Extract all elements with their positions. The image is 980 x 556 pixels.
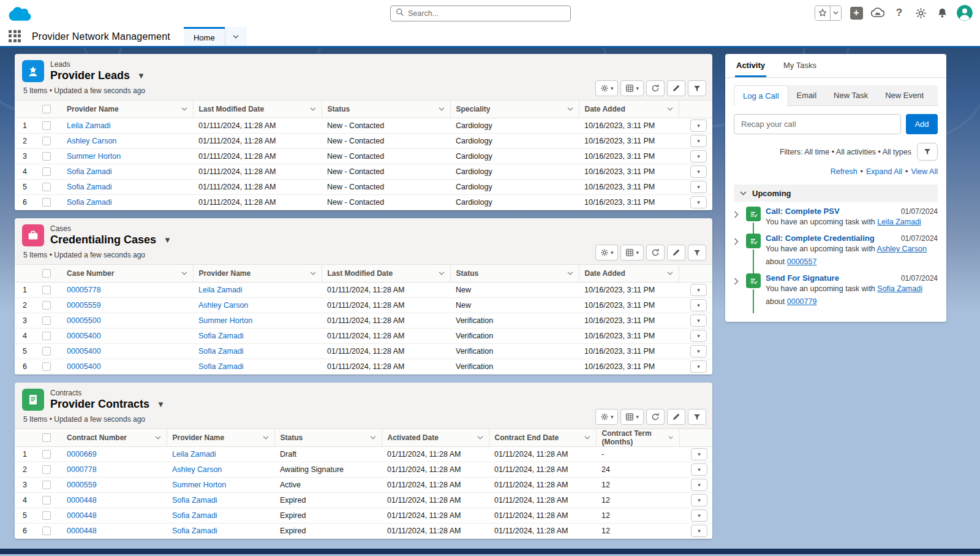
favorites-list-button[interactable] bbox=[830, 6, 841, 20]
user-avatar[interactable] bbox=[957, 5, 973, 21]
tab-email[interactable]: Email bbox=[788, 85, 826, 105]
record-link[interactable]: Sofia Zamadi bbox=[67, 198, 112, 207]
expand-all-link[interactable]: Expand All bbox=[866, 167, 902, 176]
display-as-button[interactable]: ▾ bbox=[620, 245, 644, 261]
list-settings-button[interactable]: ▾ bbox=[595, 80, 619, 96]
row-actions-button[interactable]: ▾ bbox=[690, 120, 707, 132]
row-checkbox[interactable] bbox=[42, 511, 51, 520]
global-actions-button[interactable]: + bbox=[850, 6, 863, 20]
row-actions-button[interactable]: ▾ bbox=[690, 345, 707, 357]
list-settings-button[interactable]: ▾ bbox=[595, 409, 619, 425]
filter-list-button[interactable] bbox=[688, 80, 706, 96]
column-header[interactable]: Provider Name bbox=[61, 101, 193, 118]
row-checkbox[interactable] bbox=[42, 316, 51, 325]
record-link[interactable]: Sofia Zamadi bbox=[198, 362, 244, 371]
edit-list-button[interactable] bbox=[667, 80, 685, 96]
record-link[interactable]: Summer Horton bbox=[172, 481, 226, 489]
edit-list-button[interactable] bbox=[667, 409, 685, 425]
row-checkbox[interactable] bbox=[42, 286, 51, 294]
column-header[interactable]: Case Number bbox=[61, 265, 193, 283]
row-actions-button[interactable]: ▾ bbox=[691, 448, 707, 460]
row-actions-button[interactable]: ▾ bbox=[691, 509, 707, 522]
filter-list-button[interactable] bbox=[688, 245, 706, 261]
record-link[interactable]: 0000778 bbox=[67, 465, 97, 474]
row-actions-button[interactable]: ▾ bbox=[690, 181, 707, 193]
record-link[interactable]: Sofia Zamadi bbox=[172, 496, 217, 505]
record-link[interactable]: Leila Zamadi bbox=[67, 121, 111, 130]
record-link[interactable]: Ashley Carson bbox=[172, 465, 222, 474]
record-link[interactable]: Ashley Carson bbox=[877, 245, 927, 253]
tab-log-a-call[interactable]: Log a Call bbox=[734, 85, 788, 106]
row-checkbox[interactable] bbox=[42, 496, 51, 505]
refresh-link[interactable]: Refresh bbox=[831, 167, 858, 176]
column-header[interactable]: Status bbox=[274, 429, 382, 447]
column-header[interactable]: Date Added bbox=[579, 265, 679, 283]
column-header[interactable]: Contract End Date bbox=[489, 429, 596, 447]
record-link[interactable]: 00005400 bbox=[67, 347, 101, 356]
record-link[interactable]: Leila Zamadi bbox=[172, 450, 216, 459]
tab-new-task[interactable]: New Task bbox=[825, 85, 876, 105]
row-checkbox[interactable] bbox=[42, 481, 51, 489]
add-call-button[interactable]: Add bbox=[906, 114, 938, 134]
filter-list-button[interactable] bbox=[688, 409, 706, 425]
column-header[interactable]: Provider Name bbox=[193, 265, 322, 283]
list-view-selector-button[interactable]: ▼ bbox=[164, 235, 172, 245]
column-header[interactable]: Contract Term (Months) bbox=[596, 429, 679, 447]
row-actions-button[interactable]: ▾ bbox=[690, 196, 707, 208]
row-checkbox[interactable] bbox=[42, 152, 51, 161]
row-actions-button[interactable]: ▾ bbox=[691, 494, 707, 506]
record-link[interactable]: Leila Zamadi bbox=[198, 286, 243, 294]
row-actions-button[interactable]: ▾ bbox=[690, 135, 707, 147]
record-link[interactable]: 0000448 bbox=[67, 527, 97, 535]
notifications-button[interactable] bbox=[935, 6, 949, 20]
task-title-link[interactable]: Call: Complete Credentialing bbox=[766, 234, 875, 243]
guidance-center-button[interactable] bbox=[871, 6, 884, 20]
setup-gear-button[interactable] bbox=[914, 6, 927, 20]
column-header[interactable]: Contract Number bbox=[61, 429, 167, 447]
app-launcher-button[interactable] bbox=[9, 30, 22, 44]
row-checkbox[interactable] bbox=[42, 121, 51, 130]
display-as-button[interactable]: ▾ bbox=[620, 409, 644, 425]
row-actions-button[interactable]: ▾ bbox=[690, 150, 707, 162]
record-link[interactable]: Ashley Carson bbox=[67, 137, 116, 145]
record-link[interactable]: Sofia Zamadi bbox=[67, 183, 112, 191]
help-button[interactable]: ? bbox=[892, 6, 906, 20]
list-view-selector-button[interactable]: ▼ bbox=[157, 400, 165, 409]
refresh-list-button[interactable] bbox=[646, 409, 665, 425]
record-link[interactable]: 0000448 bbox=[67, 511, 97, 520]
record-link[interactable]: Sofia Zamadi bbox=[67, 167, 112, 176]
tab-home-menu-button[interactable] bbox=[225, 27, 247, 46]
column-header[interactable]: Last Modified Date bbox=[193, 101, 322, 118]
row-checkbox[interactable] bbox=[42, 465, 51, 474]
list-settings-button[interactable]: ▾ bbox=[595, 245, 619, 261]
record-link[interactable]: 0000559 bbox=[67, 481, 97, 489]
record-link[interactable]: 00005500 bbox=[67, 316, 101, 325]
call-recap-input[interactable] bbox=[734, 114, 901, 134]
favorites-star-button[interactable] bbox=[815, 6, 830, 20]
row-checkbox[interactable] bbox=[42, 301, 51, 310]
edit-list-button[interactable] bbox=[667, 245, 685, 261]
row-checkbox[interactable] bbox=[42, 347, 51, 356]
tab-activity[interactable]: Activity bbox=[735, 54, 766, 77]
row-checkbox[interactable] bbox=[42, 167, 51, 176]
select-all-checkbox[interactable] bbox=[42, 269, 51, 278]
row-checkbox[interactable] bbox=[42, 450, 51, 459]
row-actions-button[interactable]: ▾ bbox=[690, 360, 707, 373]
row-checkbox[interactable] bbox=[42, 198, 51, 207]
column-header[interactable]: Status bbox=[450, 265, 579, 283]
row-checkbox[interactable] bbox=[42, 183, 51, 191]
expand-task-button[interactable] bbox=[734, 234, 741, 273]
record-link[interactable]: Leila Zamadi bbox=[877, 218, 921, 226]
display-as-button[interactable]: ▾ bbox=[620, 80, 644, 96]
record-link[interactable]: 00005778 bbox=[67, 286, 101, 294]
column-header[interactable]: Provider Name bbox=[167, 429, 274, 447]
record-link[interactable]: 00005400 bbox=[67, 362, 101, 371]
refresh-list-button[interactable] bbox=[646, 80, 665, 96]
record-link[interactable]: 0000669 bbox=[67, 450, 97, 459]
row-checkbox[interactable] bbox=[42, 527, 51, 535]
select-all-checkbox[interactable] bbox=[42, 433, 51, 442]
record-link[interactable]: 00005400 bbox=[67, 332, 101, 340]
view-all-link[interactable]: View All bbox=[911, 167, 938, 176]
row-actions-button[interactable]: ▾ bbox=[691, 463, 707, 476]
record-link[interactable]: Sofia Zamadi bbox=[172, 527, 217, 535]
